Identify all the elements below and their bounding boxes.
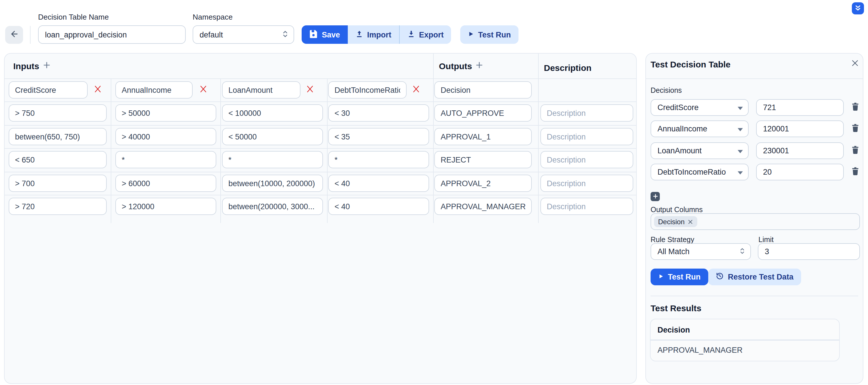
rule-cell[interactable] [222,198,323,215]
caret-down-icon [738,103,743,112]
description-cell[interactable] [540,174,633,192]
grid-line [327,78,328,223]
trash-icon [851,123,859,135]
save-button[interactable]: Save [302,25,347,44]
arrow-left-icon [9,29,19,41]
output-cell[interactable] [434,128,532,145]
rule-cell[interactable] [222,151,323,168]
inputs-title: Inputs [13,61,39,71]
caret-down-icon [738,125,743,133]
description-cell[interactable] [540,198,633,215]
rule-strategy-label: Rule Strategy [651,236,694,244]
decision-value-input[interactable] [756,142,844,159]
description-cell[interactable] [540,104,633,122]
delete-decision-button[interactable] [850,167,861,178]
output-cell[interactable] [434,151,532,168]
test-run-button-topbar[interactable]: Test Run [460,25,519,44]
close-icon [850,59,859,69]
input-column-header[interactable] [328,81,407,99]
back-button[interactable] [5,26,23,44]
grid-line [220,78,221,223]
decision-table-editor: Decision Table Name Namespace default Sa… [0,0,868,385]
collapse-button[interactable] [852,2,864,14]
rule-cell[interactable] [222,174,323,192]
rule-cell[interactable] [328,198,429,215]
decision-field-select[interactable]: DebtToIncomeRatio [651,164,749,181]
results-divider [651,340,839,341]
caret-down-icon [738,147,743,155]
rule-cell[interactable] [115,104,216,122]
delete-decision-button[interactable] [850,102,861,113]
rule-cell[interactable] [9,104,107,122]
rule-cell[interactable] [115,198,216,215]
limit-input[interactable] [758,243,860,260]
input-column-header[interactable] [9,81,88,99]
grid-line [538,54,539,223]
remove-chip-button[interactable] [687,219,693,224]
decision-value-input[interactable] [756,164,844,181]
decision-field-select[interactable]: LoanAmount [651,142,749,159]
outputs-title: Outputs [439,61,472,71]
export-button[interactable]: Export [399,25,451,44]
delete-column-button[interactable] [411,85,421,95]
rule-cell[interactable] [328,104,429,122]
rule-cell[interactable] [328,174,429,192]
restore-test-data-button[interactable]: Restore Test Data [708,268,801,285]
namespace-select[interactable]: default [193,25,294,44]
chevron-updown-icon [282,30,288,39]
output-cell[interactable] [434,104,532,122]
plus-icon [652,191,658,202]
decision-value-input[interactable] [756,121,844,137]
close-panel-button[interactable] [849,58,861,70]
rule-cell[interactable] [115,174,216,192]
output-column-header[interactable] [434,81,532,99]
grid-line [5,125,636,126]
output-column-chip: Decision [654,216,697,227]
rule-cell[interactable] [222,128,323,145]
delete-decision-button[interactable] [850,145,861,156]
delete-column-button[interactable] [305,85,315,95]
delete-decision-button[interactable] [850,123,861,134]
output-cell[interactable] [434,198,532,215]
rule-cell[interactable] [9,174,107,192]
rule-cell[interactable] [115,151,216,168]
delete-column-button[interactable] [92,85,103,95]
x-icon [199,85,207,95]
rule-cell[interactable] [328,151,429,168]
output-columns-box[interactable]: Decision [651,213,860,230]
plus-icon [475,61,484,72]
double-chevron-down-icon [854,3,862,13]
x-icon [93,85,102,95]
import-button[interactable]: Import [347,25,399,44]
add-decision-button[interactable] [651,192,660,201]
results-column-header: Decision [657,326,690,334]
trash-icon [851,102,859,113]
input-column-header[interactable] [115,81,193,99]
rule-cell[interactable] [222,104,323,122]
rule-cell[interactable] [328,128,429,145]
decision-value-input[interactable] [756,99,844,116]
rule-cell[interactable] [115,128,216,145]
rule-cell[interactable] [9,151,107,168]
decision-field-select[interactable]: CreditScore [651,99,749,116]
decision-table-card: Inputs Outputs Description [4,53,637,384]
delete-column-button[interactable] [198,85,208,95]
table-name-input[interactable] [38,25,186,44]
description-title: Description [544,63,591,73]
file-actions-group: Save Import Export [302,25,451,44]
description-cell[interactable] [540,151,633,168]
grid-line [433,54,434,223]
limit-label: Limit [758,236,774,244]
decision-field-select[interactable]: AnnualIncome [651,121,749,137]
input-column-header[interactable] [222,81,301,99]
output-cell[interactable] [434,174,532,192]
test-run-button-panel[interactable]: Test Run [651,268,708,285]
rule-cell[interactable] [9,198,107,215]
add-input-column-button[interactable] [41,61,52,71]
description-cell[interactable] [540,128,633,145]
plus-icon [42,61,51,72]
add-output-column-button[interactable] [474,61,485,71]
rule-strategy-select[interactable]: All Match [651,243,751,260]
save-icon [309,29,318,40]
rule-cell[interactable] [9,128,107,145]
